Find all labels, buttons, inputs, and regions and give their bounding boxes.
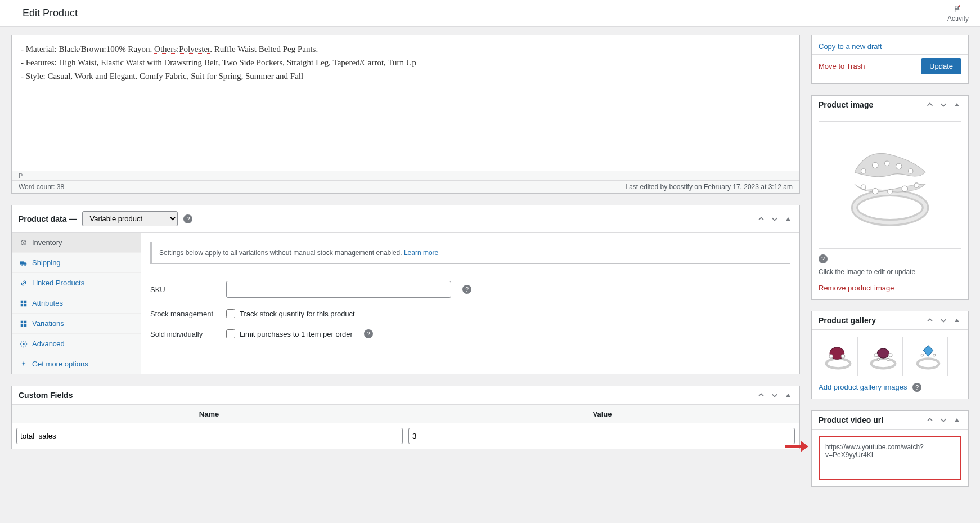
page-title: Edit Product bbox=[23, 7, 78, 19]
help-icon[interactable]: ? bbox=[183, 214, 192, 223]
svg-rect-8 bbox=[24, 303, 26, 306]
learn-more-link[interactable]: Learn more bbox=[404, 249, 438, 257]
video-url-input[interactable] bbox=[825, 443, 955, 471]
chevron-up-icon[interactable] bbox=[925, 316, 934, 325]
link-icon bbox=[20, 279, 28, 287]
chevron-down-icon[interactable] bbox=[770, 391, 779, 400]
product-image[interactable] bbox=[819, 121, 961, 249]
grid-icon bbox=[20, 300, 28, 307]
inventory-notice: Settings below apply to all variations w… bbox=[150, 242, 790, 264]
gallery-thumb[interactable] bbox=[864, 337, 903, 376]
svg-point-31 bbox=[877, 348, 889, 358]
product-image-title: Product image bbox=[819, 100, 873, 109]
limit-purchases-checkbox[interactable] bbox=[226, 329, 235, 338]
svg-point-18 bbox=[885, 161, 889, 166]
svg-point-22 bbox=[873, 188, 879, 194]
activity-button[interactable]: Activity bbox=[947, 5, 969, 23]
last-edit: Last edited by boostify on February 17, … bbox=[625, 183, 793, 191]
help-icon[interactable]: ? bbox=[819, 254, 828, 263]
help-icon[interactable]: ? bbox=[912, 383, 921, 392]
tab-attributes[interactable]: Attributes bbox=[12, 293, 141, 314]
tab-getmore[interactable]: Get more options bbox=[12, 354, 141, 374]
spellcheck-word: Others:Polyester bbox=[154, 44, 210, 54]
custom-fields-title: Custom Fields bbox=[19, 391, 73, 400]
cf-col-value: Value bbox=[406, 405, 799, 423]
flag-icon bbox=[954, 5, 963, 14]
triangle-up-icon[interactable] bbox=[784, 391, 793, 400]
add-gallery-link[interactable]: Add product gallery images bbox=[819, 383, 907, 391]
svg-point-33 bbox=[889, 354, 892, 357]
chevron-down-icon[interactable] bbox=[770, 214, 779, 223]
svg-rect-5 bbox=[21, 300, 23, 302]
help-icon[interactable]: ? bbox=[364, 329, 373, 338]
ring-image bbox=[822, 125, 957, 243]
tab-inventory[interactable]: Inventory bbox=[12, 233, 141, 253]
publish-panel: Copy to a new draft Move to Trash Update bbox=[811, 35, 969, 84]
product-data-title: Product data — bbox=[19, 214, 77, 223]
trash-link[interactable]: Move to Trash bbox=[819, 62, 865, 70]
svg-rect-11 bbox=[21, 324, 23, 326]
gallery-thumb[interactable] bbox=[819, 337, 858, 376]
product-type-select[interactable]: Variable product bbox=[82, 211, 178, 226]
svg-point-3 bbox=[21, 264, 23, 266]
grid-icon bbox=[20, 320, 28, 328]
activity-label: Activity bbox=[947, 15, 969, 23]
chevron-up-icon[interactable] bbox=[757, 214, 766, 223]
svg-point-38 bbox=[933, 354, 936, 356]
svg-point-37 bbox=[921, 354, 923, 356]
help-icon[interactable]: ? bbox=[462, 285, 471, 294]
editor-panel: - Material: Black/Brown:100% Rayon. Othe… bbox=[11, 35, 800, 194]
chevron-up-icon[interactable] bbox=[925, 100, 934, 109]
chevron-up-icon[interactable] bbox=[925, 415, 934, 424]
svg-point-32 bbox=[874, 354, 878, 357]
svg-point-26 bbox=[826, 359, 851, 368]
tab-linked[interactable]: Linked Products bbox=[12, 273, 141, 293]
tab-variations[interactable]: Variations bbox=[12, 314, 141, 334]
svg-point-19 bbox=[896, 163, 902, 169]
triangle-up-icon[interactable] bbox=[952, 316, 961, 325]
triangle-up-icon[interactable] bbox=[952, 100, 961, 109]
svg-point-29 bbox=[841, 355, 844, 358]
svg-rect-10 bbox=[24, 320, 26, 323]
svg-rect-9 bbox=[21, 320, 23, 323]
svg-rect-39 bbox=[785, 445, 802, 448]
svg-point-21 bbox=[861, 185, 866, 189]
image-click-note: Click the image to edit or update bbox=[819, 268, 961, 276]
tab-shipping[interactable]: Shipping bbox=[12, 253, 141, 273]
copy-draft-link[interactable]: Copy to a new draft bbox=[819, 42, 882, 51]
svg-point-23 bbox=[888, 189, 892, 194]
chevron-down-icon[interactable] bbox=[939, 415, 948, 424]
remove-image-link[interactable]: Remove product image bbox=[819, 284, 894, 292]
chevron-up-icon[interactable] bbox=[757, 391, 766, 400]
cf-col-name: Name bbox=[12, 405, 406, 423]
svg-point-0 bbox=[959, 5, 960, 7]
gallery-thumb[interactable] bbox=[909, 337, 948, 376]
inventory-icon bbox=[20, 239, 28, 247]
svg-point-34 bbox=[877, 358, 879, 360]
svg-point-15 bbox=[855, 193, 925, 223]
triangle-up-icon[interactable] bbox=[784, 214, 793, 223]
svg-point-28 bbox=[829, 355, 833, 358]
product-data-tabs: Inventory Shipping Linked Products Attri… bbox=[12, 233, 141, 374]
triangle-up-icon[interactable] bbox=[952, 415, 961, 424]
sku-input[interactable] bbox=[226, 281, 451, 298]
product-gallery-panel: Product gallery Add product gallery imag… bbox=[811, 311, 969, 399]
cf-name-input[interactable] bbox=[16, 428, 403, 444]
update-button[interactable]: Update bbox=[921, 58, 961, 74]
chevron-down-icon[interactable] bbox=[939, 100, 948, 109]
arrow-annotation bbox=[785, 440, 810, 453]
product-image-panel: Product image bbox=[811, 95, 969, 300]
chevron-down-icon[interactable] bbox=[939, 316, 948, 325]
custom-fields-panel: Custom Fields Name Value bbox=[11, 386, 800, 449]
video-title: Product video url bbox=[819, 415, 883, 424]
cf-value-input[interactable] bbox=[408, 428, 795, 444]
editor-path: P bbox=[12, 171, 799, 180]
svg-point-16 bbox=[861, 169, 866, 173]
editor-content[interactable]: - Material: Black/Brown:100% Rayon. Othe… bbox=[12, 35, 799, 171]
tab-advanced[interactable]: Advanced bbox=[12, 334, 141, 354]
svg-rect-6 bbox=[24, 300, 26, 302]
product-data-panel: Product data — Variable product ? Invent… bbox=[11, 205, 800, 374]
svg-point-20 bbox=[909, 169, 913, 173]
svg-point-25 bbox=[914, 183, 919, 187]
track-stock-checkbox[interactable] bbox=[226, 309, 235, 318]
